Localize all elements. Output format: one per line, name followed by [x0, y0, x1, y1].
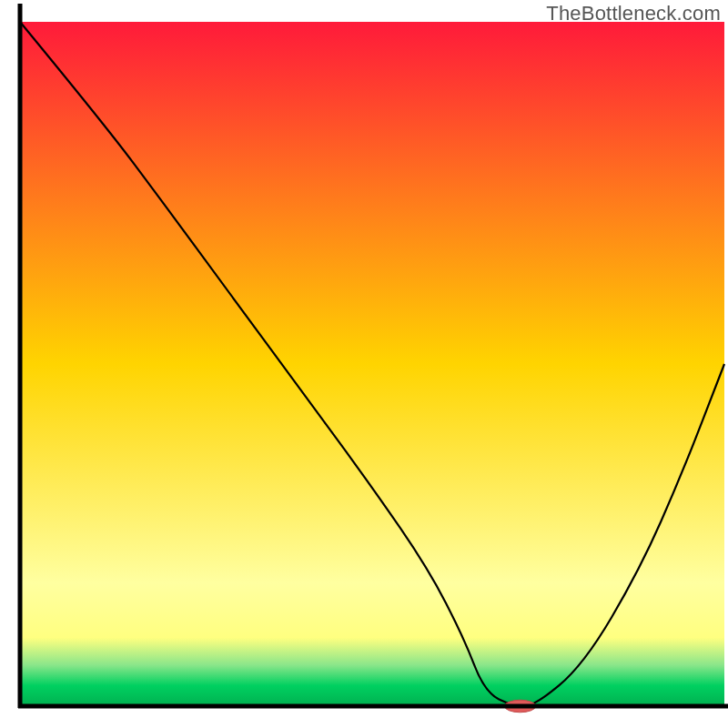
plot-area [18, 4, 728, 713]
watermark-text: TheBottleneck.com [546, 2, 721, 25]
chart-svg [0, 0, 728, 728]
chart-container: TheBottleneck.com [0, 0, 728, 728]
